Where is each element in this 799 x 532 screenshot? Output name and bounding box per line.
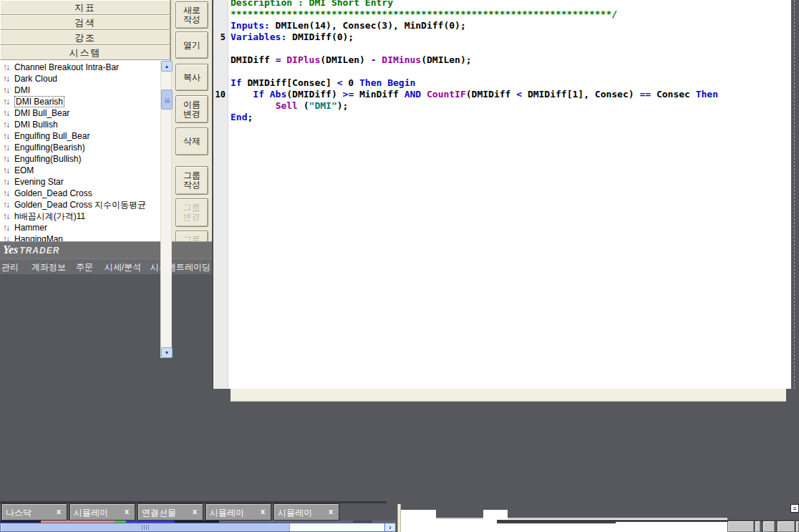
tab-close-icon[interactable]: x <box>261 507 265 516</box>
code-line: ****************************************… <box>231 9 791 20</box>
code-token: DMIDiff[1], Consec) <box>522 89 639 100</box>
list-item[interactable]: ↑↓Engulfing Bull_Bear <box>0 130 170 142</box>
window-fragment <box>497 520 616 523</box>
list-item[interactable]: ↑↓EOM <box>0 165 170 176</box>
code-token: < <box>516 89 522 100</box>
line-number <box>213 0 228 9</box>
code-token: DIPlus <box>286 54 320 65</box>
code-token: AND <box>405 89 421 100</box>
code-token: Abs <box>270 89 286 100</box>
tab-close-icon[interactable]: x <box>57 507 61 516</box>
bottom-tab-4[interactable]: 시뮬레이x <box>273 503 339 521</box>
list-item-label: Golden_Dead Cross <box>14 188 92 198</box>
list-item[interactable]: ↑↓Channel Breakout Intra-Bar <box>0 62 170 73</box>
open-button[interactable]: 열기 <box>175 32 208 59</box>
button-label: 삭제 <box>176 137 208 146</box>
code-token: ****************************************… <box>231 9 617 19</box>
list-item[interactable]: ↑↓Engulfing(Bullish) <box>0 153 170 165</box>
line-number <box>213 20 228 32</box>
tab-label: 시뮬레이 <box>210 507 244 519</box>
list-item[interactable]: ↑↓DMI Bull_Bear <box>0 107 170 119</box>
code-token: ( <box>298 100 309 111</box>
list-item[interactable]: ↑↓DMI <box>0 84 170 96</box>
tab-label: 나스닥 <box>6 507 32 519</box>
scroll-up-icon[interactable]: ▲ <box>161 61 173 72</box>
tab-close-icon[interactable]: x <box>125 507 129 516</box>
menu-item-0[interactable]: 관리 <box>1 261 19 274</box>
code-token: Inputs: <box>231 20 270 31</box>
menu-item-1[interactable]: 계좌정보 <box>32 261 66 274</box>
code-token: Variables: <box>231 32 286 42</box>
list-item[interactable]: ↑↓Engulfing(Bearish) <box>0 142 170 153</box>
menu-item-2[interactable]: 주문 <box>76 261 93 274</box>
button-label: 변경 <box>176 213 208 222</box>
new-button[interactable]: 새로작성 <box>175 1 208 29</box>
horizontal-scrollbar[interactable]: › <box>0 523 396 532</box>
rename-button[interactable]: 이름변경 <box>175 95 208 123</box>
group-create-button[interactable]: 그룹작성 <box>175 166 208 195</box>
arrow-down-icon: ↓ <box>6 120 10 130</box>
code-line <box>231 66 791 77</box>
arrow-down-icon: ↓ <box>6 211 10 221</box>
system-list: ↑↓Channel Breakout Intra-Bar↑↓Dark Cloud… <box>0 60 170 241</box>
list-item[interactable]: ↑↓DMI Bullish <box>0 119 170 130</box>
list-item[interactable]: ↑↓Hammer <box>0 222 170 233</box>
panel-header-system[interactable]: 시스템 <box>0 45 170 60</box>
menu-item-3[interactable]: 시세/분석 <box>105 261 141 274</box>
code-token <box>382 77 387 88</box>
list-vertical-scrollbar[interactable]: ▲ ▼ <box>160 61 172 358</box>
status-cell <box>763 521 775 532</box>
button-label: 작성 <box>176 180 208 190</box>
list-item[interactable]: ↑↓h배꼽시계(가격)11 <box>0 211 170 222</box>
list-item-label: Engulfing(Bearish) <box>14 142 85 153</box>
code-token: DIMinus <box>382 54 421 65</box>
scroll-right-icon[interactable]: › <box>384 523 395 531</box>
code-token: < <box>337 77 343 88</box>
button-label: 이름 <box>176 100 208 110</box>
list-menu-icon[interactable]: ≡ <box>790 504 799 513</box>
yestrader-window: YesTRADER 관리계좌정보주문시세/분석시스템트레이딩 지표검색강조시스템… <box>0 0 799 532</box>
bottom-tab-0[interactable]: 나스닥x <box>1 503 67 521</box>
list-item-label: EOM <box>14 165 34 175</box>
group-change-button: 그룹변경 <box>175 198 208 227</box>
code-line: If DMIDiff[Consec] < 0 Then Begin <box>231 77 791 89</box>
delete-button[interactable]: 삭제 <box>175 127 208 155</box>
scroll-down-icon[interactable]: ▼ <box>161 347 173 358</box>
list-item[interactable]: ↑↓Golden_Dead Cross 지수이동평균 <box>0 199 170 211</box>
bottom-tab-3[interactable]: 시뮬레이x <box>205 503 271 521</box>
list-item-label: Dark Cloud <box>14 74 57 84</box>
bottom-tab-1[interactable]: 시뮬레이x <box>69 503 135 521</box>
tab-label: 시뮬레이 <box>278 507 312 519</box>
list-item[interactable]: ↑↓Golden_Dead Cross <box>0 188 170 199</box>
list-item[interactable]: ↑↓Dark Cloud <box>0 73 170 84</box>
line-number <box>213 77 228 89</box>
list-item[interactable]: ↑↓HangingMan <box>0 233 170 241</box>
tab-close-icon[interactable]: x <box>329 507 333 516</box>
code-token: ); <box>337 100 349 111</box>
code-area[interactable]: Description : DMI Short Entry***********… <box>229 0 791 389</box>
menu-item-4[interactable]: 시스템트레이딩 <box>150 261 210 274</box>
panel-header-indicator[interactable]: 지표 <box>0 0 170 15</box>
button-label: 열기 <box>176 41 208 50</box>
panel-header-search[interactable]: 검색 <box>0 15 170 30</box>
code-token: CountIF <box>427 89 466 100</box>
arrow-down-icon: ↓ <box>6 234 10 241</box>
arrow-down-icon: ↓ <box>6 85 10 95</box>
horizontal-scrollbar-thumb[interactable] <box>1 523 290 531</box>
list-item[interactable]: ↑↓Evening Star <box>0 176 170 188</box>
copy-button[interactable]: 복사 <box>175 64 208 91</box>
code-token: == <box>639 89 651 100</box>
arrow-down-icon: ↓ <box>6 188 10 198</box>
editor-right-edge-guide <box>794 0 795 389</box>
list-item[interactable]: ↑↓DMI Bearish <box>0 96 170 107</box>
tab-close-icon[interactable]: x <box>193 507 197 516</box>
bottom-tab-2[interactable]: 연결선물x <box>137 503 203 521</box>
thumb-grip-icon <box>142 525 150 530</box>
panel-section-headers: 지표검색강조시스템 <box>0 0 170 60</box>
arrow-down-icon: ↓ <box>6 200 10 210</box>
arrow-down-icon: ↓ <box>6 131 10 141</box>
logo-trader-text: TRADER <box>19 246 59 256</box>
code-token: Sell <box>276 100 298 111</box>
panel-header-emphasis[interactable]: 강조 <box>0 30 170 45</box>
vertical-scrollbar-thumb[interactable] <box>161 90 173 110</box>
